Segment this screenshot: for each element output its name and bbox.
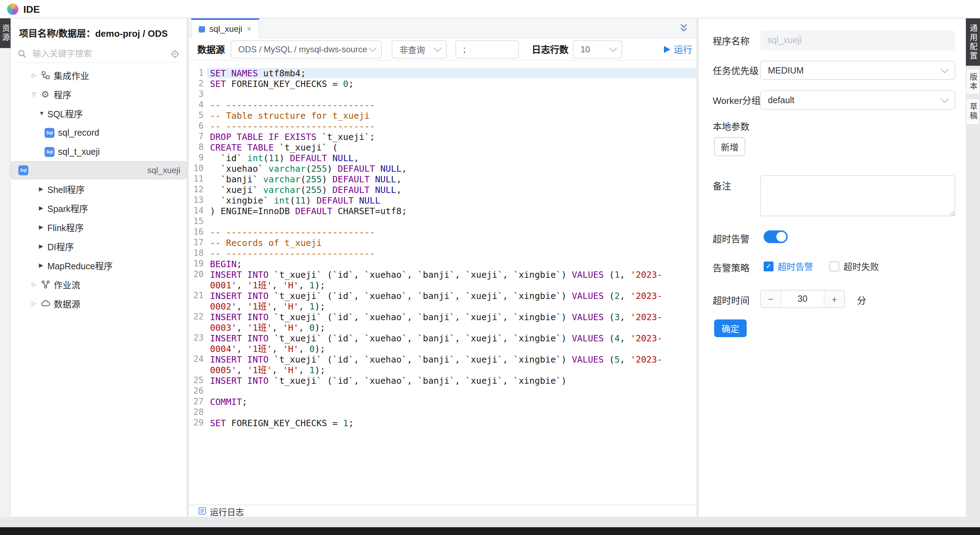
- code-line[interactable]: 23INSERT INTO `t_xueji` (`id`, `xuehao`,…: [189, 333, 697, 354]
- chevron-down-icon[interactable]: [39, 110, 48, 117]
- program-name-input[interactable]: [760, 30, 955, 50]
- tab-resources[interactable]: 资源: [0, 18, 11, 48]
- code-line-text: SET FOREIGN_KEY_CHECKS = 0;: [207, 78, 697, 89]
- tree-item-integration-jobs[interactable]: 集成作业: [11, 66, 187, 85]
- code-line[interactable]: 21INSERT INTO `t_xueji` (`id`, `xuehao`,…: [189, 291, 697, 312]
- tree-item-sql-t-xueji[interactable]: sql_t_xueji: [11, 142, 187, 161]
- tab-draft[interactable]: 草稿: [966, 98, 980, 125]
- chevron-right-icon[interactable]: [39, 186, 48, 192]
- code-editor[interactable]: 1SET NAMES utf8mb4;2SET FOREIGN_KEY_CHEC…: [189, 61, 697, 505]
- chevron-right-icon[interactable]: [39, 262, 48, 268]
- code-line[interactable]: 1SET NAMES utf8mb4;: [189, 68, 697, 78]
- decrement-button[interactable]: −: [761, 291, 781, 308]
- code-line[interactable]: 24INSERT INTO `t_xueji` (`id`, `xuehao`,…: [189, 354, 697, 375]
- tree-item-shell-programs[interactable]: Shell程序: [11, 179, 187, 198]
- log-lines-select[interactable]: 10: [573, 40, 622, 58]
- collapse-panel-icon[interactable]: [679, 23, 688, 32]
- code-line[interactable]: 18-- ----------------------------: [189, 248, 697, 259]
- run-log-bar[interactable]: 运行日志: [189, 505, 697, 517]
- alarm-strategy-label: 告警策略: [713, 261, 749, 274]
- tree-item-mapreduce-programs[interactable]: MapReduce程序: [11, 256, 187, 275]
- worker-group-label: Worker分组: [713, 93, 760, 107]
- code-line[interactable]: 20INSERT INTO `t_xueji` (`id`, `xuehao`,…: [189, 269, 697, 291]
- resize-handle[interactable]: [950, 211, 955, 216]
- chevron-right-icon[interactable]: [39, 205, 48, 211]
- tree-item-workflows[interactable]: 作业流: [11, 275, 187, 294]
- tab-general-config[interactable]: 通用配置: [966, 18, 980, 66]
- code-line[interactable]: 10 `xuehao` varchar(255) DEFAULT NULL,: [189, 163, 697, 174]
- priority-label: 任务优先级: [713, 64, 759, 77]
- tree-item-flink-programs[interactable]: Flink程序: [11, 217, 187, 237]
- close-icon[interactable]: [247, 25, 251, 33]
- code-line[interactable]: 11 `banji` varchar(255) DEFAULT NULL,: [189, 174, 697, 184]
- code-line[interactable]: 14) ENGINE=InnoDB DEFAULT CHARSET=utf8;: [189, 206, 697, 216]
- code-line[interactable]: 4-- ----------------------------: [189, 100, 697, 110]
- code-line[interactable]: 17-- Records of t_xueji: [189, 238, 697, 248]
- tree-item-sql-record[interactable]: sql_record: [11, 123, 187, 142]
- chevron-right-icon[interactable]: [39, 224, 48, 230]
- datasource-select[interactable]: ODS / MySQL / mysql-dws-source: [231, 40, 382, 58]
- checkbox-label: 超时告警: [778, 259, 813, 273]
- alarm-option-timeout-fail[interactable]: 超时失败: [829, 259, 879, 273]
- editor-tab-sql-xueji[interactable]: sql_xueji: [191, 18, 259, 38]
- code-line-text: INSERT INTO `t_xueji` (`id`, `xuehao`, `…: [207, 333, 697, 354]
- separator-value: ;: [463, 44, 466, 54]
- chevron-right-icon[interactable]: [32, 72, 40, 78]
- tab-version[interactable]: 版本: [966, 68, 980, 95]
- worker-group-select[interactable]: default: [760, 90, 955, 110]
- code-line[interactable]: 13 `xingbie` int(11) DEFAULT NULL: [189, 195, 697, 206]
- code-line[interactable]: 8CREATE TABLE `t_xueji` (: [189, 142, 697, 152]
- code-line[interactable]: 27COMMIT;: [189, 397, 697, 407]
- run-button[interactable]: 运行: [664, 43, 692, 56]
- chevron-down-icon[interactable]: [32, 91, 40, 97]
- code-line[interactable]: 29SET FOREIGN_KEY_CHECKS = 1;: [189, 418, 697, 428]
- resource-tree: 集成作业 程序 SQL程序 sql_record sql_t_xueji: [11, 66, 187, 313]
- code-line-text: `banji` varchar(255) DEFAULT NULL,: [207, 174, 697, 184]
- code-line[interactable]: 3: [189, 89, 697, 100]
- code-line[interactable]: 15: [189, 216, 697, 227]
- tree-item-di-programs[interactable]: DI程序: [11, 237, 187, 256]
- priority-select[interactable]: MEDIUM: [760, 61, 955, 80]
- code-line[interactable]: 7DROP TABLE IF EXISTS `t_xueji`;: [189, 132, 697, 142]
- code-line-text: SET FOREIGN_KEY_CHECKS = 1;: [207, 418, 697, 428]
- add-param-button[interactable]: 新增: [714, 137, 745, 156]
- code-line[interactable]: 9 `id` int(11) DEFAULT NULL,: [189, 152, 697, 163]
- editor-tab-label: sql_xueji: [209, 24, 242, 34]
- datasource-label: 数据源: [197, 43, 225, 56]
- query-mode-select[interactable]: 非查询: [392, 40, 447, 58]
- code-line[interactable]: 16-- ----------------------------: [189, 227, 697, 238]
- code-line[interactable]: 5-- Table structure for t_xueji: [189, 110, 697, 121]
- line-number: 12: [189, 184, 207, 195]
- tree-item-label: MapReduce程序: [48, 259, 113, 272]
- timeout-value[interactable]: 30: [781, 291, 824, 308]
- tree-item-sql-programs[interactable]: SQL程序: [11, 104, 187, 123]
- checkbox-unchecked-icon[interactable]: [829, 261, 839, 271]
- tree-item-sql-xueji[interactable]: sql_xueji: [11, 161, 187, 179]
- tree-item-label: 程序: [54, 87, 72, 101]
- code-line[interactable]: 2SET FOREIGN_KEY_CHECKS = 0;: [189, 78, 697, 89]
- increment-button[interactable]: +: [824, 291, 844, 308]
- code-line[interactable]: 28: [189, 407, 697, 418]
- chevron-down-icon: [369, 44, 377, 52]
- chevron-right-icon[interactable]: [32, 300, 40, 307]
- tree-item-spark-programs[interactable]: Spark程序: [11, 198, 187, 217]
- search-input[interactable]: [31, 48, 166, 59]
- tree-item-programs[interactable]: 程序: [11, 85, 187, 104]
- chevron-right-icon[interactable]: [39, 243, 48, 249]
- code-line[interactable]: 6-- ----------------------------: [189, 121, 697, 132]
- chevron-right-icon[interactable]: [32, 281, 40, 287]
- separator-input[interactable]: ;: [455, 40, 519, 58]
- tree-item-datasources[interactable]: 数据源: [11, 294, 187, 313]
- code-line[interactable]: 22INSERT INTO `t_xueji` (`id`, `xuehao`,…: [189, 312, 697, 333]
- confirm-button[interactable]: 确定: [714, 319, 747, 337]
- timeout-alarm-toggle[interactable]: [764, 230, 788, 243]
- code-line[interactable]: 19BEGIN;: [189, 259, 697, 269]
- code-line[interactable]: 25INSERT INTO `t_xueji` (`id`, `xuehao`,…: [189, 375, 697, 386]
- remark-textarea[interactable]: [760, 175, 955, 216]
- alarm-option-timeout-alarm[interactable]: 超时告警: [764, 259, 813, 273]
- checkbox-checked-icon[interactable]: [764, 261, 773, 271]
- code-line[interactable]: 26: [189, 386, 697, 397]
- code-line[interactable]: 12 `xueji` varchar(255) DEFAULT NULL,: [189, 184, 697, 195]
- locate-icon[interactable]: [170, 49, 180, 58]
- timeout-label: 超时时间: [713, 293, 749, 307]
